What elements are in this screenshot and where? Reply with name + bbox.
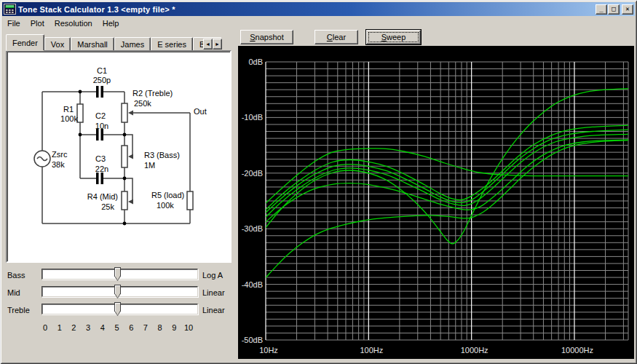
axis-tick-label: 0dB: [248, 58, 263, 66]
circuit-label: 250k: [134, 99, 151, 108]
circuit-label: 100k: [157, 201, 174, 210]
clear-button[interactable]: Clear: [314, 30, 358, 44]
treble-slider-thumb[interactable]: [114, 302, 121, 316]
title-bar[interactable]: Tone Stack Calculator 1.3 <empty file> *…: [2, 2, 635, 16]
tab-strip: FenderVoxMarshallJamesE seriesBenc: [6, 34, 221, 51]
tab-vox[interactable]: Vox: [44, 37, 71, 51]
circuit-label: R2 (Treble): [132, 89, 173, 98]
bass-taper-label: Log A: [202, 271, 223, 280]
circuit-label: C3: [95, 154, 106, 163]
axis-tick-label: -10dB: [242, 113, 263, 122]
circuit-label: Out: [194, 107, 207, 116]
mid-slider[interactable]: [41, 286, 198, 297]
circuit-label: R4 (Mid): [87, 192, 118, 201]
close-button[interactable]: ✕: [622, 4, 633, 15]
bass-slider-thumb[interactable]: [114, 267, 121, 281]
tab-scroll-left-icon[interactable]: ◄: [203, 39, 213, 50]
scale-number: 0: [39, 323, 51, 332]
circuit-diagram: C1250pR2 (Treble)250kOutR1100kC210nZsrc3…: [7, 53, 226, 260]
menu-plot[interactable]: Plot: [25, 17, 50, 29]
tab-james[interactable]: James: [114, 37, 151, 51]
mid-slider-thumb[interactable]: [114, 285, 121, 298]
circuit-label: R5 (load): [151, 191, 184, 199]
circuit-label: 250p: [93, 76, 111, 84]
circuit-label: 22n: [95, 165, 108, 173]
mid-label: Mid: [7, 288, 39, 297]
circuit-label: C1: [97, 66, 107, 75]
scale-number: 6: [125, 323, 137, 332]
circuit-label: Zsrc: [52, 150, 68, 159]
axis-tick-label: 1000Hz: [461, 346, 488, 355]
circuit-label: 25k: [101, 202, 114, 211]
axis-tick-label: -40dB: [242, 280, 263, 289]
axis-tick-label: 10Hz: [259, 346, 278, 355]
menu-file[interactable]: File: [2, 17, 25, 29]
treble-slider[interactable]: [41, 304, 198, 314]
scale-number: 4: [97, 323, 108, 332]
tab-marshall[interactable]: Marshall: [71, 37, 114, 51]
axis-tick-label: 100Hz: [360, 346, 383, 355]
scale-number: 2: [68, 323, 79, 332]
treble-taper-label: Linear: [202, 306, 225, 314]
scale-number: 10: [183, 323, 194, 332]
circuit-label: C2: [95, 111, 106, 120]
circuit-label: 38k: [52, 160, 65, 169]
menu-bar: FilePlotResolutionHelp: [2, 17, 635, 30]
frequency-response-plot: 0dB-10dB-20dB-30dB-40dB-50dB10Hz100Hz100…: [238, 46, 634, 359]
scale-number: 8: [154, 323, 166, 332]
tab-scroll-right-icon[interactable]: ►: [213, 39, 222, 50]
tab-scroll-arrows: ◄ ►: [203, 39, 222, 50]
axis-tick-label: 10000Hz: [561, 346, 593, 355]
sweep-button[interactable]: Sweep: [366, 30, 421, 44]
scale-number: 5: [111, 323, 123, 332]
mid-taper-label: Linear: [202, 288, 225, 297]
bass-slider[interactable]: [41, 269, 198, 280]
tab-e-series[interactable]: E series: [151, 37, 193, 51]
menu-resolution[interactable]: Resolution: [50, 17, 98, 29]
minimize-button[interactable]: _: [596, 4, 607, 15]
axis-tick-label: -50dB: [242, 336, 263, 344]
axis-tick-label: -30dB: [242, 224, 263, 233]
bass-label: Bass: [7, 271, 39, 280]
scale-number: 9: [168, 323, 180, 332]
scale-number: 3: [82, 323, 94, 332]
app-icon: [4, 4, 16, 15]
tab-fender[interactable]: Fender: [6, 34, 44, 51]
window-title: Tone Stack Calculator 1.3 <empty file> *: [18, 5, 175, 14]
menu-help[interactable]: Help: [98, 17, 124, 29]
maximize-button[interactable]: □: [608, 4, 620, 15]
axis-tick-label: -20dB: [242, 169, 263, 178]
circuit-label: R3 (Bass): [144, 151, 180, 159]
scale-number: 7: [140, 323, 151, 332]
response-curve-sweep-7: [266, 141, 628, 278]
circuit-label: 10n: [95, 122, 108, 130]
circuit-label: R1: [63, 105, 74, 114]
app-window: Tone Stack Calculator 1.3 <empty file> *…: [0, 0, 637, 364]
treble-label: Treble: [7, 306, 39, 314]
snapshot-button[interactable]: Snapshot: [240, 30, 293, 44]
circuit-label: 1M: [144, 161, 155, 170]
scale-number: 1: [54, 323, 66, 332]
response-curve-sweep-3: [266, 130, 628, 213]
circuit-label: 100k: [60, 114, 78, 123]
